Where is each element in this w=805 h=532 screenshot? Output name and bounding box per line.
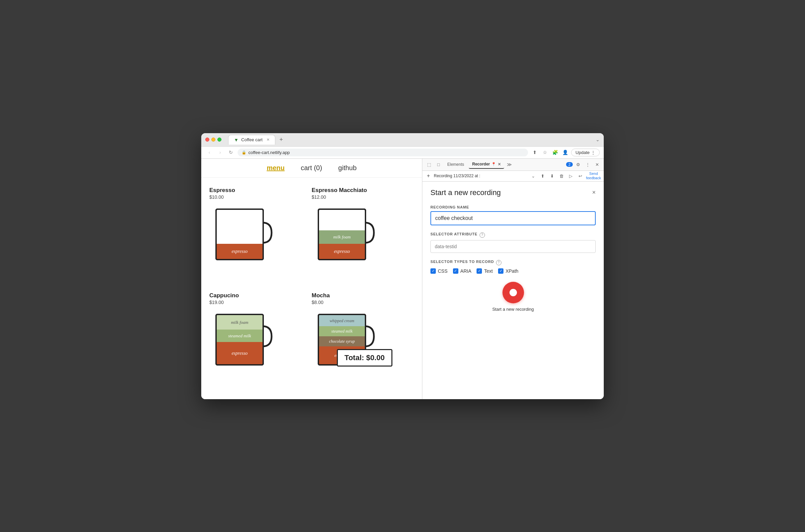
back-button[interactable]: ‹ xyxy=(205,148,213,156)
lock-icon: 🔒 xyxy=(242,150,246,155)
send-feedback-button[interactable]: Sendfeedback xyxy=(586,171,601,180)
coffee-name: Espresso Macchiato xyxy=(312,187,410,194)
dialog-close-button[interactable]: × xyxy=(592,189,596,196)
upload-button[interactable]: ⬆ xyxy=(539,172,546,179)
total-tooltip: Total: $0.00 xyxy=(337,349,392,366)
cup-cappucino: milk foam steamed milk espresso xyxy=(209,308,277,370)
svg-text:milk foam: milk foam xyxy=(333,234,351,240)
play-button[interactable]: ▷ xyxy=(567,172,574,179)
tab-elements[interactable]: Elements xyxy=(444,161,468,168)
chevron-down-icon[interactable]: ⌄ xyxy=(596,137,600,142)
selector-types-label: SELECTOR TYPES TO RECORD xyxy=(431,260,494,264)
active-tab[interactable]: ▼ Coffee cart ✕ xyxy=(228,135,275,145)
start-recording-button[interactable] xyxy=(502,282,524,303)
tab-favicon-icon: ▼ xyxy=(234,137,239,142)
update-button[interactable]: Update ⋮ xyxy=(571,149,600,156)
xpath-checkbox[interactable]: ✓ xyxy=(498,268,504,274)
extensions-icon[interactable]: 🧩 xyxy=(551,148,559,156)
coffee-grid: Espresso $10.00 espresso xyxy=(201,177,422,399)
recording-name-input[interactable] xyxy=(431,211,596,225)
check-icon: ✓ xyxy=(454,269,457,273)
more-options-icon[interactable]: ⋮ xyxy=(584,160,592,169)
recorder-tab-label: Recorder xyxy=(472,162,490,167)
coffee-name: Espresso xyxy=(209,187,308,194)
bookmark-icon[interactable]: ☆ xyxy=(541,148,549,156)
svg-text:espresso: espresso xyxy=(334,249,350,254)
more-tabs-button[interactable]: ≫ xyxy=(506,160,513,169)
record-button-section: Start a new recording xyxy=(431,282,596,312)
checkbox-text[interactable]: ✓ Text xyxy=(477,268,493,274)
checkbox-row: ✓ CSS ✓ ARIA ✓ Text ✓ XP xyxy=(431,268,596,274)
svg-text:milk foam: milk foam xyxy=(231,320,249,325)
coffee-item-macchiato[interactable]: Espresso Macchiato $12.00 milk foam espr… xyxy=(312,183,414,288)
checkbox-xpath[interactable]: ✓ XPath xyxy=(498,268,518,274)
profile-icon[interactable]: 👤 xyxy=(561,148,569,156)
aria-checkbox[interactable]: ✓ xyxy=(453,268,458,274)
tab-recorder[interactable]: Recorder 📍 × xyxy=(469,160,504,169)
toolbar-icons: ⬆ ☆ 🧩 👤 Update ⋮ xyxy=(531,148,600,156)
css-label: CSS xyxy=(438,268,447,274)
update-label: Update xyxy=(575,150,590,155)
tab-bar: ▼ Coffee cart ✕ + xyxy=(228,135,593,145)
coffee-price: $12.00 xyxy=(312,194,410,200)
css-checkbox[interactable]: ✓ xyxy=(431,268,436,274)
recording-dropdown-button[interactable]: ⌄ xyxy=(529,172,537,179)
close-devtools-button[interactable]: ✕ xyxy=(593,160,601,169)
coffee-name: Mocha xyxy=(312,292,410,299)
download-button[interactable]: ⬇ xyxy=(548,172,556,179)
nav-menu-link[interactable]: menu xyxy=(267,164,285,172)
selector-attr-help-icon[interactable]: ? xyxy=(479,232,485,238)
minimize-window-button[interactable] xyxy=(211,137,215,141)
cup-mocha: whipped cream steamed milk chocolate syr… xyxy=(312,308,379,370)
coffee-item-cappucino[interactable]: Cappucino $19.00 milk foam steamed milk xyxy=(209,288,312,394)
checkbox-aria[interactable]: ✓ ARIA xyxy=(453,268,472,274)
nav-cart-link[interactable]: cart (0) xyxy=(301,164,322,172)
svg-text:espresso: espresso xyxy=(232,249,248,254)
nav-github-link[interactable]: github xyxy=(338,164,357,172)
coffee-item-mocha[interactable]: Mocha $8.00 whipped cream steamed milk xyxy=(312,288,414,394)
coffee-item-espresso[interactable]: Espresso $10.00 espresso xyxy=(209,183,312,288)
coffee-price: $19.00 xyxy=(209,300,308,305)
inspect-element-button[interactable]: ⬚ xyxy=(425,160,433,169)
text-checkbox[interactable]: ✓ xyxy=(477,268,482,274)
tab-close-button[interactable]: ✕ xyxy=(267,137,270,142)
refresh-button[interactable]: ↻ xyxy=(227,148,235,156)
main-content-area: menu cart (0) github Espresso $10.00 xyxy=(201,159,604,399)
devtools-panel: ⬚ □ Elements Recorder 📍 × ≫ 2 ⚙ ⋮ ✕ xyxy=(422,159,604,399)
devtools-tabs-bar: ⬚ □ Elements Recorder 📍 × ≫ 2 ⚙ ⋮ ✕ xyxy=(422,159,604,171)
record-inner-icon xyxy=(510,289,517,296)
dialog-title-row: Start a new recording × xyxy=(431,188,596,197)
send-feedback-label: Sendfeedback xyxy=(586,171,601,180)
device-toolbar-button[interactable]: □ xyxy=(435,160,442,169)
checkbox-css[interactable]: ✓ CSS xyxy=(431,268,447,274)
title-bar-right: ⌄ xyxy=(596,137,600,142)
total-label: Total: $0.00 xyxy=(345,354,385,362)
cup-svg-espresso: espresso xyxy=(209,203,277,265)
dialog-title: Start a new recording xyxy=(431,188,501,197)
close-window-button[interactable] xyxy=(205,137,209,141)
selector-attr-input[interactable] xyxy=(431,240,596,253)
recorder-tab-close-button[interactable]: × xyxy=(498,162,501,167)
coffee-price: $8.00 xyxy=(312,300,410,305)
cup-svg-macchiato: milk foam espresso xyxy=(312,203,379,265)
add-recording-button[interactable]: + xyxy=(425,172,432,179)
forward-button[interactable]: › xyxy=(216,148,224,156)
address-input[interactable]: 🔒 coffee-cart.netlify.app xyxy=(238,149,528,156)
browser-window: ▼ Coffee cart ✕ + ⌄ ‹ › ↻ 🔒 coffee-cart.… xyxy=(201,133,604,399)
share-icon[interactable]: ⬆ xyxy=(531,148,539,156)
settings-icon[interactable]: ⚙ xyxy=(574,160,582,169)
notifications-badge[interactable]: 2 xyxy=(566,162,573,167)
coffee-price: $10.00 xyxy=(209,194,308,200)
start-recording-label: Start a new recording xyxy=(492,307,534,312)
selector-attr-label: SELECTOR ATTRIBUTE xyxy=(431,232,478,236)
recording-title: Recording 11/23/2022 at : xyxy=(434,173,527,178)
maximize-window-button[interactable] xyxy=(217,137,221,141)
svg-text:steamed milk: steamed milk xyxy=(228,333,251,338)
delete-button[interactable]: 🗑 xyxy=(557,172,565,179)
back-icon[interactable]: ↩ xyxy=(577,172,584,179)
check-icon: ✓ xyxy=(499,269,502,273)
new-tab-button[interactable]: + xyxy=(278,135,285,145)
selector-types-help-icon[interactable]: ? xyxy=(496,260,501,265)
xpath-label: XPath xyxy=(506,268,518,274)
selector-types-section: SELECTOR TYPES TO RECORD ? ✓ CSS ✓ ARIA xyxy=(431,260,596,274)
